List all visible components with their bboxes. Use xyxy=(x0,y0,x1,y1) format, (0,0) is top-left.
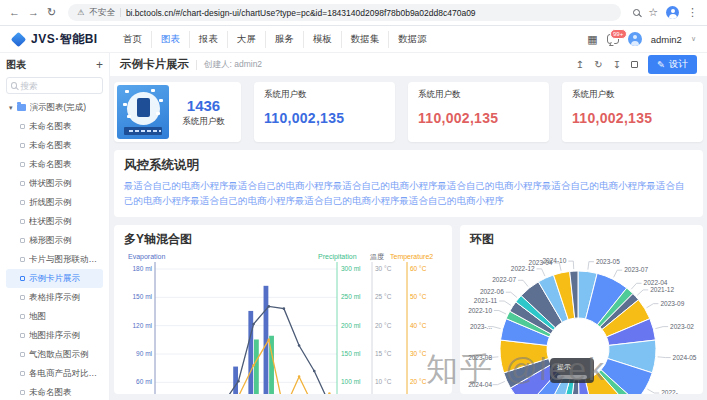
user-avatar[interactable] xyxy=(628,32,642,46)
sidebar-item[interactable]: 未命名图表 xyxy=(6,383,103,400)
donut-slice-label: 2024-05 xyxy=(673,354,697,361)
stat-label: 系统用户数 xyxy=(418,89,539,101)
sidebar-folder[interactable]: ▾ 演示图表(完成) xyxy=(6,98,103,117)
donut-slice-label: 2023-09 xyxy=(660,300,684,307)
back-icon[interactable]: ← xyxy=(9,7,20,18)
chart-item-icon xyxy=(20,371,25,376)
cards-row: 1436 系统用户数 系统用户数110,002,135系统用户数110,002,… xyxy=(114,82,703,142)
url-text[interactable]: bi.bctools.cn/#/chart-design-ui/chartUse… xyxy=(126,8,612,18)
add-chart-button[interactable]: + xyxy=(96,59,103,71)
browser-profile-avatar[interactable] xyxy=(666,6,679,19)
sidebar-item[interactable]: 未命名图表 xyxy=(6,117,103,136)
url-bar[interactable]: ⚠ 不安全 bi.bctools.cn/#/chart-design-ui/ch… xyxy=(68,4,621,21)
nav-item-2[interactable]: 报表 xyxy=(190,31,228,48)
nav-item-3[interactable]: 大屏 xyxy=(228,31,266,48)
refresh-icon[interactable]: ↻ xyxy=(47,7,56,18)
donut-chart-svg[interactable]: 2023-052023-072022-042021-122023-092023-… xyxy=(460,225,703,394)
chart-item-icon xyxy=(20,162,25,167)
sidebar-search[interactable] xyxy=(6,77,103,94)
nav-item-0[interactable]: 首页 xyxy=(114,31,152,48)
main-nav: 首页图表报表大屏服务模板数据集数据源 xyxy=(114,31,436,48)
chart-item-icon xyxy=(20,143,25,148)
nav-item-6[interactable]: 数据集 xyxy=(342,31,390,48)
chart-item-icon xyxy=(20,181,25,186)
stat-label: 系统用户数 xyxy=(264,89,385,101)
sidebar: 图表 + ▾ 演示图表(完成) 未命名图表未命名图表未命名图表饼状图示例折线图示… xyxy=(0,53,110,400)
axis-tick-label: 100 ml xyxy=(341,379,361,386)
design-button[interactable]: ✎ 设计 xyxy=(648,55,697,74)
folder-label: 演示图表(完成) xyxy=(30,102,87,114)
nav-item-4[interactable]: 服务 xyxy=(266,31,304,48)
sidebar-item[interactable]: 各电商产品对比分析 xyxy=(6,364,103,383)
sidebar-item[interactable]: 饼状图示例 xyxy=(6,174,103,193)
stat-value: 110,002,135 xyxy=(572,110,693,126)
bookmark-star-icon[interactable]: ☆ xyxy=(648,7,658,18)
mixed-chart-svg[interactable]: Evaporation180 ml150 ml120 ml90 ml60 ml3… xyxy=(114,225,452,394)
sidebar-item[interactable]: 折线图示例 xyxy=(6,193,103,212)
toolbar-divider xyxy=(196,60,197,70)
app-logo-text[interactable]: JVS·智能BI xyxy=(31,31,98,48)
stat-card[interactable]: 系统用户数110,002,135 xyxy=(562,82,703,142)
axis-name: 温度 xyxy=(370,253,384,261)
sidebar-item[interactable]: 未命名图表 xyxy=(6,136,103,155)
sidebar-item[interactable]: 示例卡片展示 xyxy=(6,269,103,288)
sidebar-item-label: 柱状图示例 xyxy=(29,216,72,228)
dashboard-content: 1436 系统用户数 系统用户数110,002,135系统用户数110,002,… xyxy=(110,76,707,400)
stat-value: 110,002,135 xyxy=(418,110,539,126)
sidebar-item[interactable]: 地图排序示例 xyxy=(6,326,103,345)
caret-down-icon[interactable]: ▾ xyxy=(9,104,13,112)
security-chip[interactable]: 不安全 xyxy=(89,7,115,19)
axis-tick-label: 40 °C xyxy=(410,322,427,329)
axis-tick-label: 10 °C xyxy=(375,379,392,386)
refresh-chart-icon[interactable]: ↻ xyxy=(594,60,602,70)
nav-item-1[interactable]: 图表 xyxy=(152,31,190,48)
fullscreen-icon[interactable] xyxy=(631,61,638,68)
feature-card[interactable]: 1436 系统用户数 xyxy=(114,82,241,142)
nav-item-5[interactable]: 模板 xyxy=(304,31,342,48)
nav-item-7[interactable]: 数据源 xyxy=(389,31,436,48)
sidebar-item[interactable]: 表格排序示例 xyxy=(6,288,103,307)
download-icon[interactable]: ↧ xyxy=(613,60,621,70)
browser-menu-dots-icon[interactable]: ⋮ xyxy=(687,7,698,18)
zoom-magnifier-icon[interactable] xyxy=(633,9,640,16)
stat-value: 110,002,135 xyxy=(264,110,385,126)
forward-icon[interactable]: → xyxy=(28,7,39,18)
share-icon[interactable]: ↥ xyxy=(576,60,584,70)
description-panel: 风控系统说明 最适合自己的电商小程序最适合自己的电商小程序最适合自己的电商小程序… xyxy=(114,150,703,217)
sidebar-item-label: 梯形图示例 xyxy=(29,235,72,247)
donut-slice-label: 2023-05 xyxy=(596,258,620,265)
sidebar-item[interactable]: 未命名图表 xyxy=(6,155,103,174)
sidebar-item[interactable]: 地图 xyxy=(6,307,103,326)
sidebar-item-label: 饼状图示例 xyxy=(29,178,72,190)
axis-tick-label: 30 °C xyxy=(375,265,392,272)
description-title: 风控系统说明 xyxy=(124,157,693,174)
bar[interactable] xyxy=(233,367,238,394)
stat-label: 系统用户数 xyxy=(572,89,693,101)
sidebar-item-label: 未命名图表 xyxy=(29,159,72,171)
message-icon[interactable]: 99+ xyxy=(607,34,619,44)
stat-card[interactable]: 系统用户数110,002,135 xyxy=(408,82,549,142)
donut-slice-label: 2023-... xyxy=(470,323,492,330)
sidebar-title: 图表 xyxy=(6,58,26,72)
sidebar-item[interactable]: 柱状图示例 xyxy=(6,212,103,231)
stat-card[interactable]: 系统用户数110,002,135 xyxy=(254,82,395,142)
apps-grid-icon[interactable]: ▦ xyxy=(587,33,597,46)
creator-label: 创建人: admin2 xyxy=(204,59,262,71)
donut-slice-label: 2023-08 xyxy=(468,354,492,361)
bar[interactable] xyxy=(254,340,259,394)
search-input[interactable] xyxy=(20,81,98,91)
sidebar-item[interactable]: 卡片与图形联动示例 xyxy=(6,250,103,269)
search-icon xyxy=(11,82,17,89)
axis-tick-label: 20 °C xyxy=(375,322,392,329)
chevron-down-icon[interactable]: ∨ xyxy=(691,35,696,43)
axis-name: Temperature2 xyxy=(390,253,433,261)
charts-row: 多Y轴混合图 Evaporation180 ml150 ml120 ml90 m… xyxy=(114,225,703,394)
username[interactable]: admin2 xyxy=(651,34,682,45)
axis-tick-label: 60 °C xyxy=(410,265,427,272)
feature-label: 系统用户数 xyxy=(182,116,225,128)
sidebar-item[interactable]: 梯形图示例 xyxy=(6,231,103,250)
axis-tick-label: 150 ml xyxy=(341,350,361,357)
chart-item-icon xyxy=(20,219,25,224)
line-series[interactable] xyxy=(163,340,330,394)
sidebar-item[interactable]: 气泡散点图示例 xyxy=(6,345,103,364)
